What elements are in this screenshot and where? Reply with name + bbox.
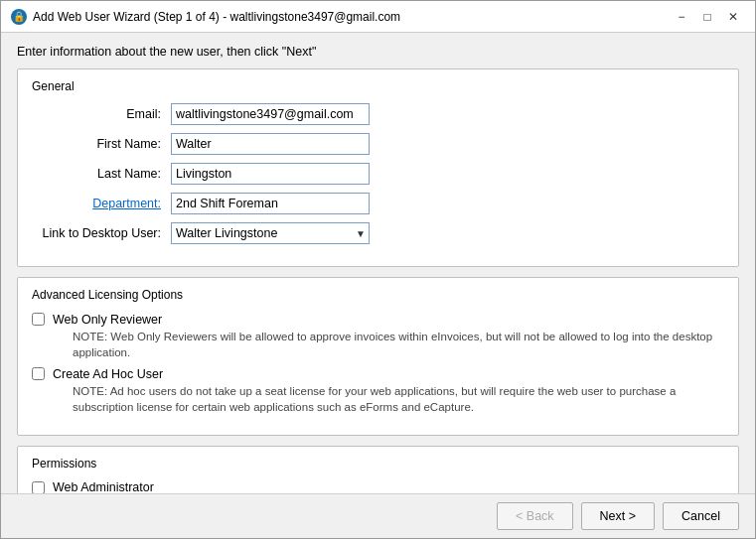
desktop-user-row: Link to Desktop User: Walter Livingstone… [32, 222, 724, 244]
close-button[interactable]: ✕ [721, 7, 745, 27]
general-section: General Email: First Name: Last Name: De… [17, 68, 739, 267]
create-ad-hoc-row: Create Ad Hoc User NOTE: Ad hoc users do… [32, 366, 724, 415]
next-button[interactable]: Next > [581, 502, 655, 530]
title-controls: − □ ✕ [670, 7, 745, 27]
instruction-text: Enter information about the new user, th… [17, 45, 739, 59]
wizard-window: 🔒 Add Web User Wizard (Step 1 of 4) - wa… [0, 0, 756, 539]
app-icon: 🔒 [11, 9, 27, 25]
department-input[interactable] [171, 193, 370, 214]
cancel-button[interactable]: Cancel [663, 502, 739, 530]
first-name-input[interactable] [171, 133, 370, 155]
web-only-reviewer-label[interactable]: Web Only Reviewer [53, 313, 162, 327]
general-section-title: General [32, 79, 724, 93]
permissions-section: Permissions Web Administrator [17, 446, 739, 493]
permissions-section-title: Permissions [32, 457, 724, 471]
web-admin-row: Web Administrator [32, 480, 724, 493]
email-input[interactable] [171, 103, 370, 125]
email-label: Email: [32, 107, 171, 121]
last-name-row: Last Name: [32, 163, 724, 185]
department-row: Department: [32, 193, 724, 214]
web-admin-label[interactable]: Web Administrator [53, 480, 154, 493]
maximize-button[interactable]: □ [695, 7, 719, 27]
advanced-section: Advanced Licensing Options Web Only Revi… [17, 277, 739, 436]
title-bar: 🔒 Add Web User Wizard (Step 1 of 4) - wa… [1, 1, 755, 33]
create-ad-hoc-checkbox[interactable] [32, 367, 45, 380]
first-name-row: First Name: [32, 133, 724, 155]
window-title: Add Web User Wizard (Step 1 of 4) - walt… [33, 10, 400, 24]
web-only-reviewer-checkbox[interactable] [32, 313, 45, 326]
department-label-link[interactable]: Department: [32, 197, 171, 210]
web-only-reviewer-content: Web Only Reviewer NOTE: Web Only Reviewe… [53, 312, 724, 360]
advanced-section-title: Advanced Licensing Options [32, 288, 724, 302]
create-ad-hoc-note: NOTE: Ad hoc users do not take up a seat… [73, 383, 724, 415]
web-only-reviewer-note: NOTE: Web Only Reviewers will be allowed… [73, 329, 724, 360]
create-ad-hoc-content: Create Ad Hoc User NOTE: Ad hoc users do… [53, 366, 724, 415]
title-bar-left: 🔒 Add Web User Wizard (Step 1 of 4) - wa… [11, 9, 400, 25]
desktop-user-label: Link to Desktop User: [32, 226, 171, 240]
first-name-label: First Name: [32, 137, 171, 151]
minimize-button[interactable]: − [670, 7, 693, 27]
wizard-footer: < Back Next > Cancel [1, 493, 755, 538]
wizard-content: Enter information about the new user, th… [1, 33, 755, 493]
back-button[interactable]: < Back [497, 502, 573, 530]
email-row: Email: [32, 103, 724, 125]
create-ad-hoc-label[interactable]: Create Ad Hoc User [53, 367, 163, 381]
last-name-input[interactable] [171, 163, 370, 185]
web-only-reviewer-row: Web Only Reviewer NOTE: Web Only Reviewe… [32, 312, 724, 360]
desktop-user-select[interactable]: Walter Livingstone [171, 222, 370, 244]
last-name-label: Last Name: [32, 167, 171, 181]
desktop-user-select-wrap: Walter Livingstone ▼ [171, 222, 370, 244]
web-admin-checkbox[interactable] [32, 481, 45, 493]
